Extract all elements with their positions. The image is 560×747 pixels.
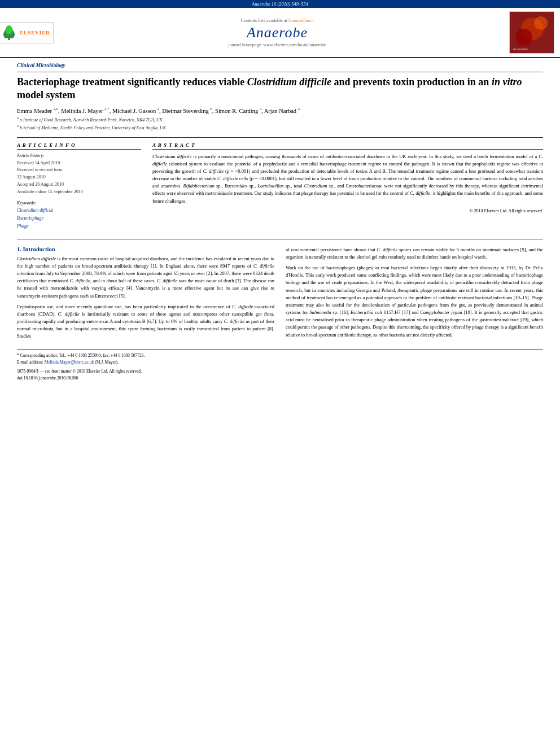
body-col-left: 1. Introduction Clostridium difficile is…: [17, 246, 274, 344]
affiliations: a a Institute of Food Research, Norwich …: [17, 116, 543, 131]
authors-divider: [17, 137, 543, 138]
svg-text:Anaerobe: Anaerobe: [513, 47, 528, 51]
svg-point-4: [6, 25, 12, 34]
article-history-online: Available online 15 September 2010: [17, 189, 141, 196]
footer-notes: * Corresponding author. Tel.: +44 0 1603…: [17, 350, 543, 382]
keyword-2: Bacteriophage: [17, 215, 141, 222]
elsevier-logo: ELSEVIER: [6, 22, 45, 43]
intro-heading: 1. Introduction: [17, 246, 274, 252]
section-divider: [17, 72, 543, 72]
main-content: Clinical Microbiology Bacteriophage trea…: [0, 58, 560, 386]
article-info-column: A R T I C L E I N F O Article history: R…: [17, 142, 141, 231]
elsevier-tree-icon: [1, 24, 18, 41]
sciencedirect-link[interactable]: ScienceDirect: [288, 18, 314, 23]
elsevier-brand-text: ELSEVIER: [20, 30, 50, 36]
email-note: E-mail address: Melinda.Mayer@bbsrc.ac.u…: [17, 359, 543, 366]
journal-header-center: Contents lists available at ScienceDirec…: [50, 18, 505, 47]
homepage-label: journal homepage: www.elsevier.com/locat…: [50, 42, 505, 47]
doi-line: doi:10.1016/j.anaerobe.2010.08.006: [17, 375, 543, 382]
right-col-body: of environmental persistence have shown …: [286, 246, 543, 339]
affiliation-b: b b School of Medicine, Health Policy an…: [17, 124, 543, 132]
journal-title: Anaerobe: [50, 24, 505, 41]
keywords-section: Keywords: Clostridium difficile Bacterio…: [17, 200, 141, 231]
journal-header: ELSEVIER Contents lists available at Sci…: [0, 8, 560, 58]
svg-point-6: [521, 18, 544, 40]
contents-label: Contents lists available at ScienceDirec…: [50, 18, 505, 23]
journal-volume-info: Anaerobe 16 (2010) 549–554: [0, 0, 560, 8]
keyword-1: Clostridium difficile: [17, 207, 141, 215]
article-history-received: Received 14 April 2010: [17, 160, 141, 167]
svg-point-7: [534, 16, 548, 30]
body-col-right: of environmental persistence have shown …: [286, 246, 543, 344]
keywords-label: Keywords:: [17, 200, 141, 206]
section-label: Clinical Microbiology: [17, 63, 543, 68]
journal-cover-thumbnail: Anaerobe: [509, 11, 554, 54]
body-section: 1. Introduction Clostridium difficile is…: [17, 246, 543, 344]
email-address[interactable]: Melinda.Mayer@bbsrc.ac.uk: [45, 360, 94, 365]
abstract-column: A B S T R A C T Clostridium difficile is…: [152, 142, 543, 231]
abstract-heading: A B S T R A C T: [152, 142, 543, 150]
authors-list: Emma Meader a,b, Melinda J. Mayer a,*, M…: [17, 107, 543, 114]
keyword-3: Phage: [17, 222, 141, 230]
article-history-revised-date: 12 August 2010: [17, 174, 141, 181]
corresponding-author-note: * Corresponding author. Tel.: +44 0 1603…: [17, 352, 543, 359]
svg-rect-5: [510, 12, 554, 54]
body-divider: [17, 239, 543, 239]
article-history-label: Article history:: [17, 153, 141, 158]
article-history-accepted: Accepted 26 August 2010: [17, 181, 141, 189]
svg-point-8: [515, 29, 532, 46]
affiliation-a: a a Institute of Food Research, Norwich …: [17, 116, 543, 124]
intro-body: Clostridium difficile is the most common…: [17, 255, 274, 340]
article-info-heading: A R T I C L E I N F O: [17, 142, 141, 150]
article-info-abstract-section: A R T I C L E I N F O Article history: R…: [17, 142, 543, 231]
issn-line: 1075-9964/$ — see front matter © 2010 El…: [17, 368, 543, 375]
article-history-revised-label: Received in revised form: [17, 167, 141, 174]
copyright-notice: © 2010 Elsevier Ltd. All rights reserved…: [152, 208, 543, 213]
abstract-body: Clostridium difficile is primarily a nos…: [152, 153, 543, 205]
article-title: Bacteriophage treatment significantly re…: [17, 76, 543, 102]
